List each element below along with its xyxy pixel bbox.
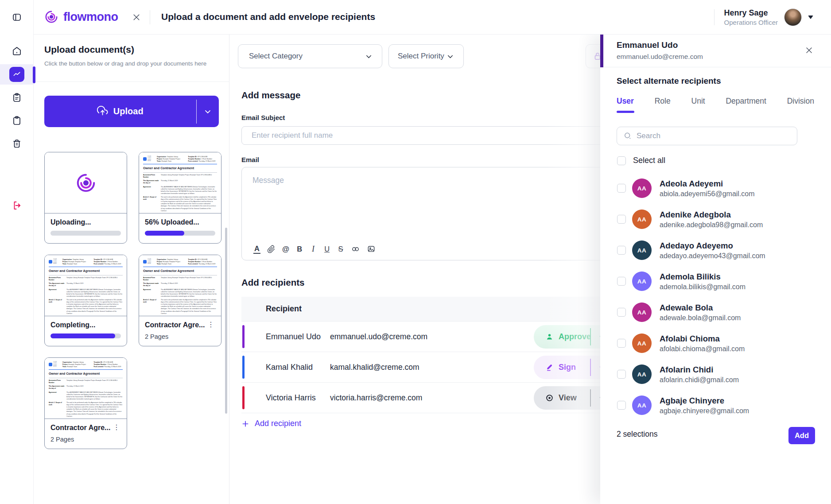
select-all-checkbox[interactable] bbox=[617, 156, 626, 165]
user-list-item[interactable]: AA Adenike Adegbola adenike.adegbola98@g… bbox=[600, 204, 831, 235]
sidebar-toggle-icon[interactable] bbox=[0, 10, 34, 25]
user-list: AA Adeola Adeyemi abiola.adeyemi56@gmail… bbox=[600, 173, 831, 421]
kebab-menu-icon[interactable]: ⋮ bbox=[112, 424, 121, 431]
select-all-row[interactable]: Select all bbox=[617, 156, 665, 165]
document-status-label: 56% Uploaded... bbox=[145, 218, 199, 226]
user-list-item[interactable]: AA Adedayo Adeyemo adedayo.adeyemo43@gma… bbox=[600, 235, 831, 266]
sidebar-item-tasks[interactable] bbox=[0, 90, 34, 105]
avatar: AA bbox=[632, 364, 652, 384]
user-role: Operations Officer bbox=[724, 19, 778, 26]
user-list-email: adewale.bola@gmail.com bbox=[660, 314, 741, 322]
user-checkbox[interactable] bbox=[617, 339, 626, 348]
recipient-name: Kamal Khalid bbox=[266, 363, 313, 372]
user-list-item[interactable]: AA Afolarin Chidi afolarin.chidi@gmail.c… bbox=[600, 359, 831, 390]
doc-logo-icon bbox=[143, 260, 147, 264]
italic-icon[interactable]: I bbox=[310, 244, 317, 254]
logout-icon bbox=[12, 200, 22, 211]
search-field[interactable] bbox=[617, 127, 797, 145]
flowmono-logo-icon bbox=[43, 9, 59, 25]
sidebar-item-analytics[interactable] bbox=[0, 64, 34, 85]
header-divider bbox=[150, 10, 150, 24]
panel-title: Select alternate recipients bbox=[617, 76, 721, 86]
document-card-footer: Contractor Agre... ⋮ 2 Pages bbox=[139, 316, 221, 346]
underline-icon[interactable]: U bbox=[323, 244, 330, 254]
user-checkbox[interactable] bbox=[617, 246, 626, 255]
mention-icon[interactable]: @ bbox=[282, 244, 289, 254]
recipient-action-label: Approve bbox=[559, 332, 591, 341]
user-checkbox[interactable] bbox=[617, 308, 626, 317]
bold-icon[interactable]: B bbox=[296, 244, 303, 254]
user-text: Adeola Adeyemi abiola.adeyemi56@gmail.co… bbox=[660, 179, 755, 198]
document-thumbnail: YOUR LOGO GOES HERE Organisation: Templa… bbox=[45, 255, 127, 316]
attachment-icon[interactable] bbox=[267, 244, 276, 254]
user-text: Ademola Bilikis ademola.bilikis@gmail.co… bbox=[660, 272, 746, 291]
priority-select[interactable]: Select Priority bbox=[388, 44, 464, 68]
kebab-menu-icon[interactable]: ⋮ bbox=[206, 321, 215, 328]
document-card[interactable]: YOUR LOGO GOES HERE Organisation: Templa… bbox=[139, 255, 221, 346]
flowmono-logo[interactable]: flowmono bbox=[43, 9, 118, 25]
text-color-icon[interactable]: A bbox=[253, 244, 260, 254]
recipient-name: Emmanuel Udo bbox=[266, 332, 321, 341]
home-icon bbox=[12, 46, 22, 56]
user-checkbox[interactable] bbox=[617, 370, 626, 379]
panel-tab[interactable]: User bbox=[617, 97, 634, 113]
close-panel-icon[interactable] bbox=[805, 46, 813, 54]
document-pages: 2 Pages bbox=[50, 436, 121, 443]
user-list-item[interactable]: AA Ademola Bilikis ademola.bilikis@gmail… bbox=[600, 266, 831, 297]
user-checkbox[interactable] bbox=[617, 401, 626, 410]
search-input[interactable] bbox=[637, 132, 797, 140]
analytics-icon bbox=[9, 67, 24, 82]
sidebar-item-clipboard[interactable] bbox=[0, 113, 34, 128]
strikethrough-icon[interactable]: S bbox=[337, 244, 344, 254]
upload-progress-bar bbox=[50, 231, 121, 236]
chevron-down-icon bbox=[446, 52, 454, 61]
user-checkbox[interactable] bbox=[617, 215, 626, 224]
add-recipient-button[interactable]: Add recipient bbox=[241, 419, 301, 428]
alternate-recipients-panel: Emmanuel Udo emmanuel.udo@creme.com Sele… bbox=[600, 35, 831, 504]
add-recipient-label: Add recipient bbox=[255, 419, 301, 428]
user-avatar[interactable] bbox=[784, 8, 802, 26]
document-status-label: Contractor Agre... bbox=[145, 321, 205, 329]
logout-button[interactable] bbox=[0, 198, 34, 213]
close-envelope-icon[interactable] bbox=[132, 13, 141, 22]
document-card[interactable]: YOUR LOGO GOES HERE Organisation: Templa… bbox=[139, 152, 221, 244]
user-caret-icon[interactable] bbox=[808, 16, 813, 19]
document-card[interactable]: YOUR LOGO GOES HERE Organisation: Templa… bbox=[44, 357, 127, 449]
upload-progress-fill bbox=[145, 231, 184, 236]
user-list-email: afolarin.chidi@gmail.com bbox=[660, 376, 739, 384]
user-text: Adenike Adegbola adenike.adegbola98@gmai… bbox=[660, 210, 763, 229]
recipient-accent-bar bbox=[242, 325, 245, 348]
sidebar-item-home[interactable] bbox=[0, 43, 34, 58]
document-card[interactable]: Uploading... bbox=[44, 152, 127, 244]
user-list-name: Afolabi Chioma bbox=[660, 334, 745, 344]
panel-tab[interactable]: Division bbox=[787, 97, 814, 113]
link-icon[interactable] bbox=[351, 244, 360, 254]
panel-tab[interactable]: Role bbox=[655, 97, 671, 113]
user-text: Afolabi Chioma afolabi.chioma@gmail.com bbox=[660, 334, 745, 353]
panel-tab[interactable]: Department bbox=[726, 97, 766, 113]
doc-logo-icon bbox=[49, 260, 52, 264]
user-list-item[interactable]: AA Adeola Adeyemi abiola.adeyemi56@gmail… bbox=[600, 173, 831, 204]
recipient-action-label: Sign bbox=[559, 363, 576, 372]
document-thumbnail: YOUR LOGO GOES HERE Organisation: Templa… bbox=[45, 358, 127, 419]
category-select[interactable]: Select Category bbox=[238, 44, 382, 68]
user-list-item[interactable]: AA Agbaje Chinyere agbaje.chinyere@gmail… bbox=[600, 390, 831, 421]
email-label: Email bbox=[241, 156, 259, 163]
document-card-footer: Uploading... bbox=[45, 213, 127, 243]
user-checkbox[interactable] bbox=[617, 277, 626, 286]
add-button[interactable]: Add bbox=[788, 427, 815, 444]
user-text: Adewale Bola adewale.bola@gmail.com bbox=[660, 303, 741, 322]
user-list-email: agbaje.chinyere@gmail.com bbox=[660, 407, 749, 415]
user-list-item[interactable]: AA Afolabi Chioma afolabi.chioma@gmail.c… bbox=[600, 328, 831, 359]
user-menu[interactable]: Henry Sage Operations Officer bbox=[714, 0, 813, 35]
user-checkbox[interactable] bbox=[617, 184, 626, 193]
image-icon[interactable] bbox=[367, 244, 376, 254]
select-all-label: Select all bbox=[633, 156, 665, 165]
message-placeholder: Message bbox=[252, 176, 284, 185]
sidebar-item-trash[interactable] bbox=[0, 136, 34, 151]
upload-panel: Upload document(s) Click the button belo… bbox=[34, 35, 229, 504]
user-list-item[interactable]: AA Adewale Bola adewale.bola@gmail.com bbox=[600, 297, 831, 328]
scrollbar-thumb[interactable] bbox=[225, 228, 227, 414]
document-card[interactable]: YOUR LOGO GOES HERE Organisation: Templa… bbox=[44, 255, 127, 346]
panel-tab[interactable]: Unit bbox=[691, 97, 705, 113]
